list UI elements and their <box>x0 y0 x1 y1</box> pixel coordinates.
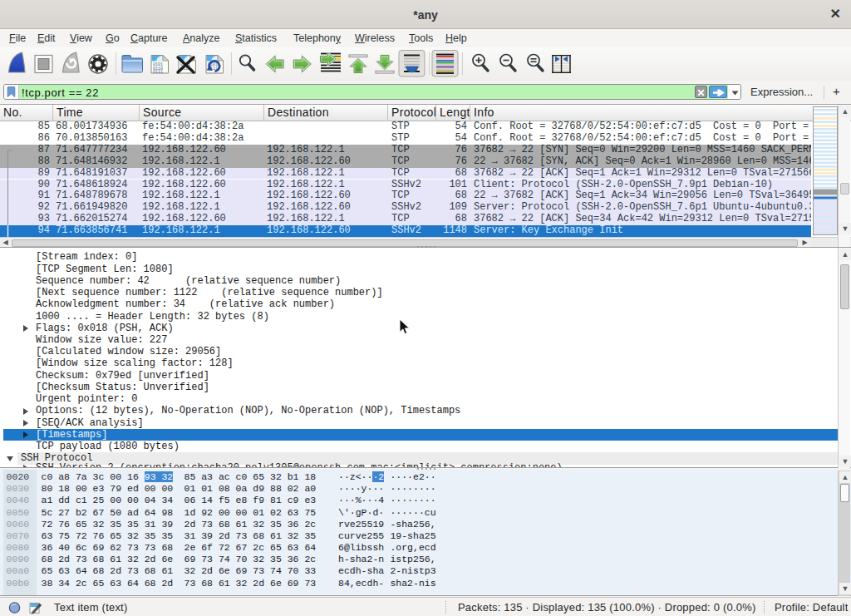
svg-text:0111: 0111 <box>153 70 163 75</box>
